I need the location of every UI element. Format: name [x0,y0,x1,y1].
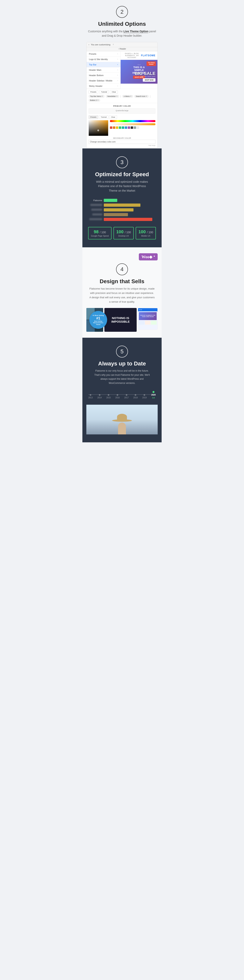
menu-item-sticky[interactable]: Sticky Header › [87,83,120,89]
remove-n-menu[interactable]: ⊗ [130,95,132,97]
score-card-mobile: 100 / 100 Mobile UX [136,227,156,239]
score-google-value: 98 / 100 [91,229,109,234]
section-4-desc: Flatsome has become known for its unique… [86,286,158,304]
alpha-slider[interactable] [110,123,155,125]
speed-label-3 [86,213,102,216]
swatch-dark[interactable] [131,126,133,129]
hue-slider[interactable] [110,120,155,122]
color-preset-presets[interactable]: Presets [89,115,98,119]
timeline-dot-2018 [135,394,136,396]
shop-now-btn[interactable]: SHOP NOW [143,78,155,82]
swatch-blue[interactable] [125,126,127,129]
speed-bar-fill-1 [104,204,140,207]
back-arrow: ‹ [89,43,89,46]
clear-btn[interactable]: Clear [110,90,118,94]
toolbar-separator-1: | [120,95,121,98]
builder-toolbar-items: Top Bar Menu ⊗ Newsletter ⊗ | n Menu ⊗ S… [87,95,157,103]
secondary-color-label: SECONDARY COLOR [89,137,155,139]
timeline-item-2014: 2014 [97,394,101,399]
nothing-impossible-bg: NOTHING ISIMPOSSIBLE [105,308,137,332]
speed-row-3 [86,213,158,216]
section-3-number: 3 [116,156,128,168]
timeline-year-2016: 2016 [115,396,120,399]
section-2: 2 Unlimited Options Customize anything w… [82,0,162,148]
toolbar-item-n-menu[interactable]: n Menu ⊗ [122,95,133,98]
section-2-title: Unlimited Options [86,21,158,27]
section-3-desc: With a minimal and optimized code makes … [94,180,150,193]
swatch-green[interactable] [119,126,121,129]
timeline-item-2020: 2020 3.8 [151,391,156,399]
speed-bar-fill-2 [104,208,133,212]
secondary-color-input[interactable] [89,140,155,144]
menu-item-top-bar[interactable]: Top Bar › [87,62,120,67]
flatsome-logo: FLATSOME [141,54,155,57]
tutorial-btn[interactable]: Tutorial [100,90,109,94]
color-presets-bar: Quatrenila-large [89,108,155,114]
timeline-year-2020: 2020 [151,394,156,396]
preview-hero: This WeekVendor IS A THIS IS ASIMPLEHEAD… [120,60,157,84]
timeline-year-2015: 2015 [106,396,111,399]
demo-hero: FIVE KEY ELEMENTS FOR YOUR LIVING ROOM [139,312,157,320]
remove-search-icon[interactable]: ⊗ [146,95,147,97]
presets-btn[interactable]: Presets [89,90,98,94]
speed-bar-bg-1 [104,204,158,207]
remove-top-bar-menu[interactable]: ⊗ [101,95,103,97]
menu-item-logo[interactable]: Logo & Site Identity › [87,57,120,62]
menu-item-header-sidebar[interactable]: Header Sidebar / Mobile › [87,78,120,83]
speed-bar-bg-flatsome [104,199,158,202]
remove-button2[interactable]: ⊗ [97,99,99,101]
swatch-light[interactable] [137,126,139,129]
swatch-yellow[interactable] [116,126,118,129]
swatch-purple[interactable] [128,126,130,129]
section-3: 3 Optimized for Speed With a minimal and… [82,148,162,247]
timeline-version-2020: 3.8 [152,397,155,399]
swatch-gray[interactable] [134,126,136,129]
menu-item-header-main[interactable]: Header Main › [87,67,120,73]
timeline-year-2018: 2018 [133,396,138,399]
preview-nav: PAGES ∨ BLOG ELEMENTS MY ACCOUNT FLATSOM… [120,51,157,60]
flatsome-demo: FIVE KEY ELEMENTS FOR YOUR LIVING ROOM [138,308,158,330]
section-2-number: 2 [116,6,128,18]
swatch-orange[interactable] [113,126,115,129]
help-large: help large [89,145,155,146]
nothing-impossible-card: NOTHING ISIMPOSSIBLE [105,308,137,332]
timeline-dot-2015 [108,394,109,396]
speed-bar-bg-3 [104,213,158,216]
toolbar-item-newsletter[interactable]: Newsletter ⊗ [106,95,119,98]
builder-left-panel: Presets › Logo & Site Identity › Top Bar… [87,51,120,89]
color-gradient-picker[interactable] [89,120,108,136]
toolbar-item-button2[interactable]: Button 2 ⊗ [89,99,100,102]
color-section: PRIMARY COLOR Quatrenila-large Presets T… [87,103,157,148]
builder-toolbar: Presets Tutorial Clear [87,89,157,95]
menu-item-presets[interactable]: Presets › [87,51,120,57]
color-picker-area [89,120,155,136]
swatch-teal[interactable] [122,126,124,129]
timeline-dot-2014 [99,394,100,396]
section-5: 5 Always up to Date Flatsome is our only… [82,338,162,442]
timeline-dot-2019 [144,394,145,396]
timeline-item-2016: 2016 [115,394,120,399]
score-mobile-label: Mobile UX [138,235,153,237]
speed-row-2 [86,208,158,212]
primary-color-title: PRIMARY COLOR [89,105,155,107]
toolbar-item-search-icon[interactable]: Search Icon ⊗ [134,95,149,98]
section-4-header: Woo◆ 4 Design that Sells Flatsome has be… [86,253,158,304]
toolbar-item-top-bar-menu[interactable]: Top Bar Menu ⊗ [89,95,105,98]
demo-screenshot-card: FIVE KEY ELEMENTS FOR YOUR LIVING ROOM [138,308,158,332]
remove-newsletter[interactable]: ⊗ [116,95,118,97]
speed-bar-fill-4 [104,218,152,221]
speed-label-2 [86,209,102,211]
color-preset-clear[interactable]: Clear [109,115,117,119]
timeline-item-2015: 2015 [106,394,111,399]
toolbar-separator-2: | [150,95,151,98]
demo-product-1 [139,321,144,325]
timeline-item-2013: 2013 [88,394,93,399]
builder-top-bar: ‹ You are customising ? [87,42,157,47]
menu-item-header-bottom[interactable]: Header Bottom › [87,73,120,78]
swatch-red[interactable] [110,126,112,129]
demo-dots [139,309,142,310]
color-cursor [97,130,99,131]
speed-bar-fill-flatsome [104,199,117,202]
section-4: Woo◆ 4 Design that Sells Flatsome has be… [82,247,162,338]
color-preset-tutorial[interactable]: Tutorial [99,115,109,119]
